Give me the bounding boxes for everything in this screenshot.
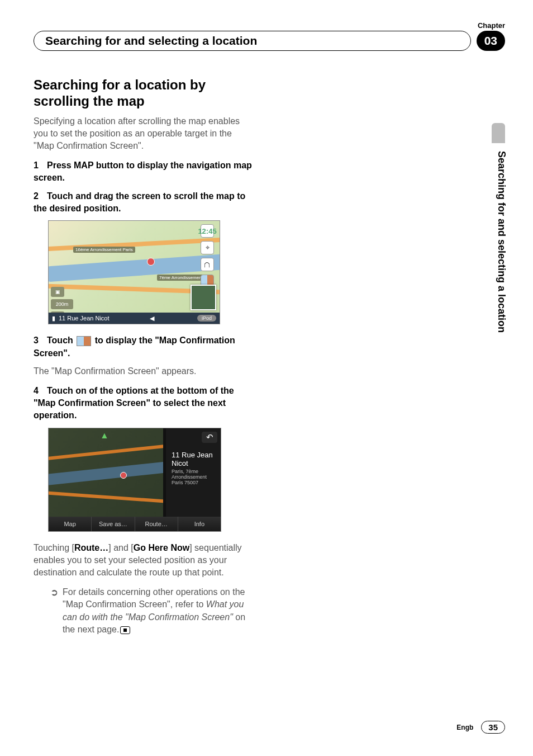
- pointer-icon: ➲: [50, 586, 58, 636]
- step-3: 3Touch to display the "Map Confirmation …: [34, 334, 254, 360]
- step-number: 2: [34, 190, 47, 202]
- map-confirm-icon: [77, 336, 91, 346]
- intro-text: Specifying a location after scrolling th…: [34, 115, 254, 153]
- conf-info-panel: ↶ 11 Rue Jean Nicot Paris, 7ème Arrondis…: [166, 428, 221, 518]
- map-screenshot-1: 16ème Arrondissement Paris 7ème Arrondis…: [48, 220, 220, 324]
- scale-icon: ▣: [51, 287, 64, 297]
- info-button[interactable]: Info: [178, 517, 221, 531]
- compass-icon: ⌖: [201, 241, 214, 254]
- go-here-now-label: Go Here Now: [134, 543, 189, 552]
- north-arrow-icon: ▲: [100, 431, 109, 441]
- time-badge: 12:45: [201, 224, 214, 238]
- map-thumbnail: [191, 285, 216, 310]
- step-2: 2Touch and drag the screen to scroll the…: [34, 190, 254, 215]
- map-right-icons: 12:45 ⌖ ⛫: [201, 224, 216, 288]
- step-4: 4Touch on of the options at the bottom o…: [34, 385, 254, 422]
- ipod-badge: iPod: [197, 315, 216, 322]
- step-number: 4: [34, 385, 47, 397]
- map-road: [49, 490, 163, 503]
- play-icon: ◀: [150, 315, 154, 322]
- step-number: 3: [34, 334, 47, 347]
- conf-address-line1: 11 Rue Jean Nicot: [172, 451, 215, 467]
- poi-icon: ⛫: [201, 258, 214, 271]
- chapter-number-badge: 03: [477, 31, 505, 51]
- conf-map-area: ▲: [49, 428, 163, 518]
- save-as-button[interactable]: Save as…: [92, 517, 135, 531]
- map-address-label: 11 Rue Jean Nicot: [59, 315, 110, 322]
- step-text: Press MAP button to display the navigati…: [34, 160, 252, 182]
- map-flag-icon: [120, 472, 127, 479]
- step-1: 1Press MAP button to display the navigat…: [34, 159, 254, 185]
- map-confirmation-screenshot: ▲ ↶ 11 Rue Jean Nicot Paris, 7ème Arrond…: [48, 428, 221, 532]
- page-title-pill: Searching for and selecting a location: [34, 31, 471, 51]
- conf-bottom-buttons: Map Save as… Route… Info: [49, 517, 221, 531]
- section-title: Searching for a location by scrolling th…: [34, 77, 254, 110]
- step-number: 1: [34, 159, 47, 172]
- map-district-label: 7ème Arrondissement: [157, 275, 205, 281]
- map-district-label: 16ème Arrondissement Paris: [73, 247, 135, 253]
- map-button[interactable]: Map: [49, 517, 92, 531]
- step-text: Touch on of the options at the bottom of…: [34, 386, 234, 420]
- back-icon: ↶: [202, 432, 217, 443]
- map-river: [49, 460, 163, 485]
- step-text-a: Touch: [47, 336, 75, 345]
- para-text: Touching [: [34, 543, 74, 552]
- map-bottom-bar: ▮ 11 Rue Jean Nicot ◀ iPod: [49, 313, 220, 324]
- route-label: Route…: [74, 543, 108, 552]
- step-text: Touch and drag the screen to scroll the …: [34, 191, 245, 213]
- conf-address-line2: Paris, 7ème Arrondissement Paris 75007: [172, 469, 215, 485]
- para-text: ] and [: [108, 543, 133, 552]
- section-end-icon: [120, 626, 130, 634]
- location-pin-icon: ▮: [52, 315, 55, 322]
- route-button[interactable]: Route…: [135, 517, 178, 531]
- step-3-follow: The "Map Confirmation Screen" appears.: [34, 365, 254, 377]
- paragraph-route: Touching [Route…] and [Go Here Now] sequ…: [34, 542, 254, 579]
- header-row: Searching for and selecting a location 0…: [34, 31, 505, 51]
- content-column: Searching for a location by scrolling th…: [34, 77, 254, 638]
- map-road: [49, 443, 163, 461]
- page-number: 35: [481, 721, 505, 734]
- language-label: Engb: [456, 724, 473, 731]
- page-footer: Engb 35: [456, 721, 505, 734]
- bullet-cross-ref: ➲ For details concerning other operation…: [50, 586, 254, 636]
- side-tab-text: Searching for and selecting a location: [496, 151, 507, 333]
- chapter-label: Chapter: [478, 21, 505, 30]
- side-tab-accent: [492, 123, 505, 143]
- scale-label: 200m: [51, 299, 73, 309]
- side-tab: Searching for and selecting a location: [483, 123, 505, 447]
- bullet-text: For details concerning other operations …: [63, 586, 254, 636]
